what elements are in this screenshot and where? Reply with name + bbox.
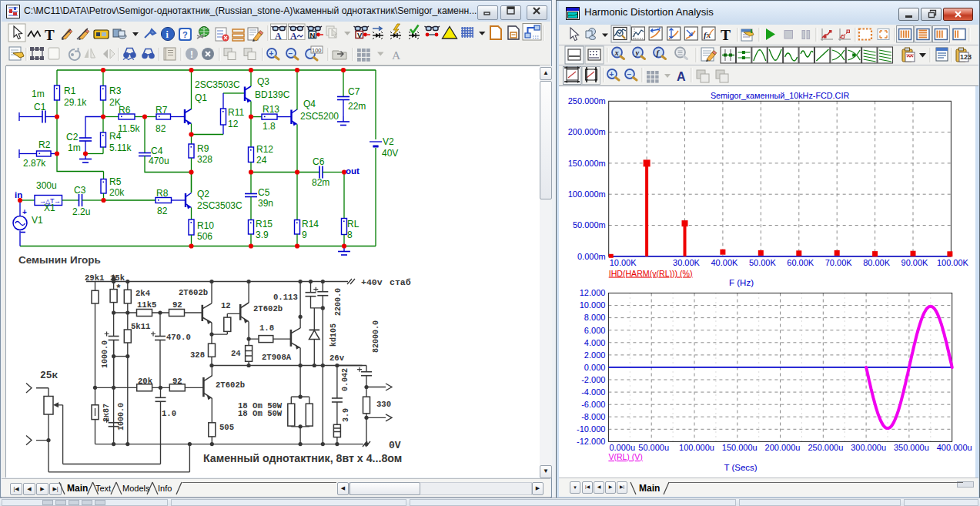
svg-text:Main: Main: [67, 483, 88, 494]
svg-text:Info: Info: [158, 484, 172, 493]
svg-text:Text: Text: [95, 484, 111, 493]
svg-text:Main: Main: [639, 483, 660, 494]
svg-text:Models: Models: [122, 484, 150, 493]
